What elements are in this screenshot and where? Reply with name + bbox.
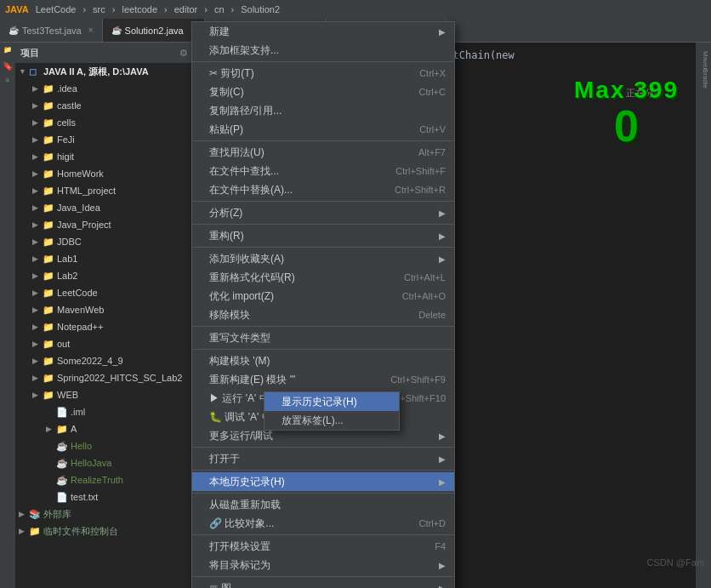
tree-javaproject[interactable]: ▶ 📁 Java_Project bbox=[15, 216, 211, 233]
tree-feiji[interactable]: ▶ 📁 FeJi bbox=[15, 131, 211, 148]
ctx-paste-shortcut: Ctrl+V bbox=[419, 124, 446, 134]
tree-homework[interactable]: ▶ 📁 HomeWork bbox=[15, 165, 211, 182]
ctx-sep5 bbox=[192, 247, 454, 248]
tree-out[interactable]: ▶ 📁 out bbox=[15, 335, 211, 352]
tree-lab1[interactable]: ▶ 📁 Lab1 bbox=[15, 250, 211, 267]
a-label: A bbox=[71, 424, 77, 434]
hello-label: Hello bbox=[71, 441, 92, 451]
some2022-folder-icon: 📁 bbox=[43, 356, 54, 366]
right-sidebar-gradle[interactable]: Gradle bbox=[697, 68, 709, 80]
tree-ext-libs[interactable]: ▶ 📚 外部库 bbox=[15, 505, 211, 522]
tree-idea[interactable]: ▶ 📁 .idea bbox=[15, 80, 211, 97]
ctx-reformat[interactable]: 重新格式化代码(R) Ctrl+Alt+L bbox=[192, 268, 454, 287]
feiji-arrow: ▶ bbox=[32, 135, 43, 144]
tree-testtxt[interactable]: 📄 test.txt bbox=[15, 488, 211, 505]
tree-javaidea[interactable]: ▶ 📁 Java_Idea bbox=[15, 199, 211, 216]
ctx-refactor-arrow: ▶ bbox=[439, 231, 446, 241]
castle-folder-icon: 📁 bbox=[43, 100, 54, 111]
ctx-mark-dir-as[interactable]: 将目录标记为 ▶ bbox=[192, 556, 454, 574]
game-overlay: Max 399 0 bbox=[574, 77, 679, 148]
ctx-add-favorites[interactable]: 添加到收藏夹(A) ▶ bbox=[192, 249, 454, 268]
cells-folder-icon: 📁 bbox=[43, 117, 54, 128]
leetcode-label: LeetCode bbox=[57, 288, 98, 298]
ctx-rebuild-module-shortcut: Ctrl+Shift+F9 bbox=[390, 374, 446, 385]
tree-notepad[interactable]: ▶ 📁 Notepad++ bbox=[15, 318, 211, 335]
tree-spring2022[interactable]: ▶ 📁 Spring2022_HITCS_SC_Lab2 bbox=[15, 369, 211, 386]
sidebar-icon-structure[interactable]: ≡ bbox=[2, 77, 14, 88]
tree-mavenweb[interactable]: ▶ 📁 MavenWeb bbox=[15, 301, 211, 318]
ctx-paste[interactable]: 粘贴(P) Ctrl+V bbox=[192, 120, 454, 139]
ctx-add-framework[interactable]: 添加框架支持... bbox=[192, 41, 454, 60]
cells-arrow: ▶ bbox=[32, 118, 43, 127]
tree-higit[interactable]: ▶ 📁 higit bbox=[15, 148, 211, 165]
ctx-diagram[interactable]: ▦ 图 ▶ bbox=[192, 579, 454, 588]
tree-leetcode[interactable]: ▶ 📁 LeetCode bbox=[15, 284, 211, 301]
ctx-compare[interactable]: 🔗 比较对象... Ctrl+D bbox=[192, 514, 454, 533]
tree-temp-files[interactable]: ▶ 📁 临时文件和控制台 bbox=[15, 522, 211, 539]
ctx-analyze[interactable]: 分析(Z) ▶ bbox=[192, 203, 454, 222]
tab-solution2[interactable]: ☕ Solution2.java × bbox=[103, 19, 205, 43]
tab-test3test[interactable]: ☕ Test3Test.java × bbox=[0, 19, 103, 43]
ctx-find-usages[interactable]: 查找用法(U) Alt+F7 bbox=[192, 143, 454, 162]
ctx-module-settings[interactable]: 打开模块设置 F4 bbox=[192, 537, 454, 556]
tree-some2022[interactable]: ▶ 📁 Some2022_4_9 bbox=[15, 352, 211, 369]
ctx-reload-from-disk-label: 从磁盘重新加载 bbox=[209, 498, 446, 512]
ctx-find-in-files[interactable]: 在文件中查找... Ctrl+Shift+F bbox=[192, 162, 454, 180]
tab-solution2-label: Solution2.java bbox=[125, 26, 184, 36]
ctx-rebuild-module[interactable]: 重新构建(E) 模块 '" Ctrl+Shift+F9 bbox=[192, 370, 454, 389]
tree-hello[interactable]: ☕ Hello bbox=[15, 437, 211, 454]
project-settings-icon[interactable]: ⚙ bbox=[179, 48, 188, 59]
spring2022-folder-icon: 📁 bbox=[43, 373, 54, 383]
extlibs-arrow: ▶ bbox=[19, 510, 29, 518]
hellojava-label: HelloJava bbox=[71, 458, 111, 468]
ctx-new[interactable]: 新建 ▶ bbox=[192, 22, 454, 41]
tree-root[interactable]: ▼ ◻ JAVA II A, 源根, D:\JAVA bbox=[15, 63, 211, 80]
submenu-put-label[interactable]: 放置标签(L)... bbox=[264, 411, 399, 430]
sidebar-icon-project[interactable]: 📁 bbox=[2, 46, 14, 58]
tree-web[interactable]: ▶ 📁 WEB bbox=[15, 386, 211, 403]
idea-folder-icon: 📁 bbox=[43, 83, 54, 94]
tempfiles-icon: 📁 bbox=[29, 526, 41, 536]
javaidea-folder-icon: 📁 bbox=[43, 203, 54, 213]
ctx-local-history[interactable]: 本地历史记录(H) ▶ bbox=[192, 472, 454, 491]
lab1-label: Lab1 bbox=[57, 254, 77, 264]
ctx-build-module[interactable]: 构建模块 '(M) bbox=[192, 351, 454, 370]
mavenweb-arrow: ▶ bbox=[32, 305, 43, 314]
submenu-show-history[interactable]: 显示历史记录(H) bbox=[264, 392, 399, 411]
ctx-override-filetype[interactable]: 重写文件类型 bbox=[192, 328, 454, 347]
tree-hellojava[interactable]: ☕ HelloJava bbox=[15, 454, 211, 471]
ctx-replace-in-files-shortcut: Ctrl+Shift+R bbox=[395, 185, 446, 195]
ctx-reload-from-disk[interactable]: 从磁盘重新加载 bbox=[192, 495, 454, 514]
ctx-override-filetype-label: 重写文件类型 bbox=[209, 331, 446, 345]
ctx-open-in[interactable]: 打开于 ▶ bbox=[192, 449, 454, 468]
tree-iml[interactable]: 📄 .iml bbox=[15, 403, 211, 420]
tree-htmlproject[interactable]: ▶ 📁 HTML_project bbox=[15, 182, 211, 199]
tree-jdbc[interactable]: ▶ 📁 JDBC bbox=[15, 233, 211, 250]
tree-lab2[interactable]: ▶ 📁 Lab2 bbox=[15, 267, 211, 284]
root-arrow: ▼ bbox=[19, 67, 29, 76]
iml-label: .iml bbox=[71, 407, 85, 417]
ctx-replace-in-files[interactable]: 在文件中替换(A)... Ctrl+Shift+R bbox=[192, 180, 454, 199]
tree-a[interactable]: ▶ 📁 A bbox=[15, 420, 211, 437]
tree-castle[interactable]: ▶ 📁 castle bbox=[15, 97, 211, 114]
ctx-sep8 bbox=[192, 447, 454, 448]
tree-cells[interactable]: ▶ 📁 cells bbox=[15, 114, 211, 131]
ctx-copy[interactable]: 复制(C) Ctrl+C bbox=[192, 83, 454, 101]
jdbc-label: JDBC bbox=[57, 237, 82, 247]
ctx-optimize-imports[interactable]: 优化 import(Z) Ctrl+Alt+O bbox=[192, 287, 454, 305]
htmlproject-folder-icon: 📁 bbox=[43, 186, 54, 196]
right-sidebar-maven[interactable]: Maven bbox=[697, 51, 709, 63]
lab1-folder-icon: 📁 bbox=[43, 254, 54, 264]
ctx-remove-module[interactable]: 移除模块 Delete bbox=[192, 305, 454, 324]
htmlproject-arrow: ▶ bbox=[32, 186, 43, 195]
ctx-cut[interactable]: ✂ 剪切(T) Ctrl+X bbox=[192, 64, 454, 83]
ctx-sep6 bbox=[192, 326, 454, 327]
sidebar-icon-bookmark[interactable]: 🔖 bbox=[2, 61, 14, 73]
idea-label: .idea bbox=[57, 83, 77, 94]
ctx-refactor[interactable]: 重构(R) ▶ bbox=[192, 226, 454, 245]
higit-arrow: ▶ bbox=[32, 152, 43, 161]
ctx-copy-path[interactable]: 复制路径/引用... bbox=[192, 101, 454, 120]
htmlproject-label: HTML_project bbox=[57, 186, 116, 196]
tab-test3test-close[interactable]: × bbox=[88, 26, 94, 35]
tree-realizetruth[interactable]: ☕ RealizeTruth bbox=[15, 471, 211, 488]
